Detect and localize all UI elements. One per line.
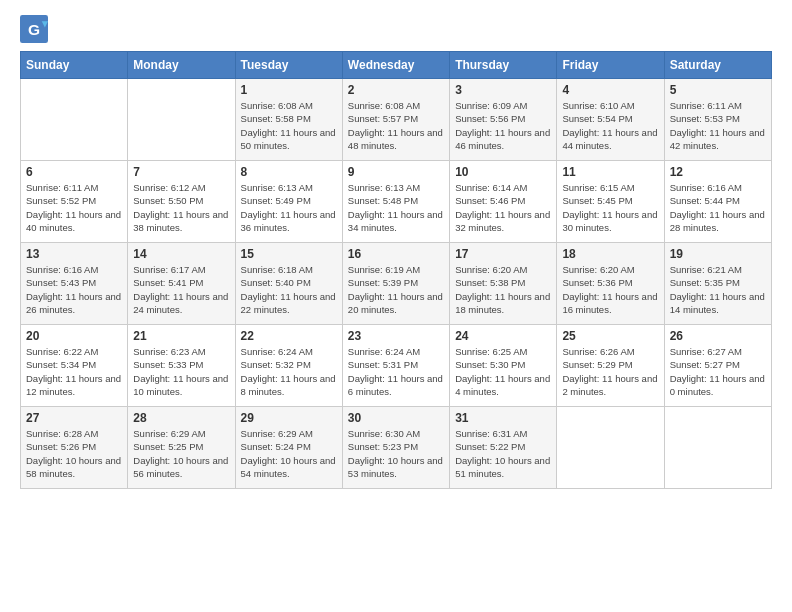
calendar-cell: 28Sunrise: 6:29 AM Sunset: 5:25 PM Dayli… [128,407,235,489]
day-info: Sunrise: 6:25 AM Sunset: 5:30 PM Dayligh… [455,345,551,398]
calendar-cell: 8Sunrise: 6:13 AM Sunset: 5:49 PM Daylig… [235,161,342,243]
day-info: Sunrise: 6:14 AM Sunset: 5:46 PM Dayligh… [455,181,551,234]
day-number: 5 [670,83,766,97]
calendar-cell: 11Sunrise: 6:15 AM Sunset: 5:45 PM Dayli… [557,161,664,243]
calendar-cell: 16Sunrise: 6:19 AM Sunset: 5:39 PM Dayli… [342,243,449,325]
day-info: Sunrise: 6:09 AM Sunset: 5:56 PM Dayligh… [455,99,551,152]
day-number: 17 [455,247,551,261]
calendar-cell: 17Sunrise: 6:20 AM Sunset: 5:38 PM Dayli… [450,243,557,325]
day-number: 18 [562,247,658,261]
calendar-cell: 23Sunrise: 6:24 AM Sunset: 5:31 PM Dayli… [342,325,449,407]
day-number: 9 [348,165,444,179]
day-number: 25 [562,329,658,343]
column-header-monday: Monday [128,52,235,79]
header-row: SundayMondayTuesdayWednesdayThursdayFrid… [21,52,772,79]
column-header-saturday: Saturday [664,52,771,79]
calendar-cell: 7Sunrise: 6:12 AM Sunset: 5:50 PM Daylig… [128,161,235,243]
calendar-cell: 1Sunrise: 6:08 AM Sunset: 5:58 PM Daylig… [235,79,342,161]
calendar-cell: 14Sunrise: 6:17 AM Sunset: 5:41 PM Dayli… [128,243,235,325]
day-info: Sunrise: 6:08 AM Sunset: 5:58 PM Dayligh… [241,99,337,152]
day-number: 28 [133,411,229,425]
svg-text:G: G [28,21,40,38]
day-number: 1 [241,83,337,97]
day-info: Sunrise: 6:23 AM Sunset: 5:33 PM Dayligh… [133,345,229,398]
calendar-cell: 10Sunrise: 6:14 AM Sunset: 5:46 PM Dayli… [450,161,557,243]
day-number: 14 [133,247,229,261]
calendar-cell: 15Sunrise: 6:18 AM Sunset: 5:40 PM Dayli… [235,243,342,325]
day-info: Sunrise: 6:29 AM Sunset: 5:25 PM Dayligh… [133,427,229,480]
calendar-cell: 18Sunrise: 6:20 AM Sunset: 5:36 PM Dayli… [557,243,664,325]
day-info: Sunrise: 6:28 AM Sunset: 5:26 PM Dayligh… [26,427,122,480]
calendar-cell [128,79,235,161]
day-info: Sunrise: 6:20 AM Sunset: 5:38 PM Dayligh… [455,263,551,316]
main-container: G SundayMondayTuesdayWednesdayThursdayFr… [0,0,792,612]
day-info: Sunrise: 6:21 AM Sunset: 5:35 PM Dayligh… [670,263,766,316]
day-info: Sunrise: 6:24 AM Sunset: 5:32 PM Dayligh… [241,345,337,398]
calendar-cell: 22Sunrise: 6:24 AM Sunset: 5:32 PM Dayli… [235,325,342,407]
logo: G [20,15,52,43]
day-number: 20 [26,329,122,343]
day-number: 12 [670,165,766,179]
column-header-friday: Friday [557,52,664,79]
calendar-cell: 27Sunrise: 6:28 AM Sunset: 5:26 PM Dayli… [21,407,128,489]
day-info: Sunrise: 6:26 AM Sunset: 5:29 PM Dayligh… [562,345,658,398]
calendar-cell: 26Sunrise: 6:27 AM Sunset: 5:27 PM Dayli… [664,325,771,407]
calendar-cell: 31Sunrise: 6:31 AM Sunset: 5:22 PM Dayli… [450,407,557,489]
day-info: Sunrise: 6:22 AM Sunset: 5:34 PM Dayligh… [26,345,122,398]
day-info: Sunrise: 6:15 AM Sunset: 5:45 PM Dayligh… [562,181,658,234]
day-number: 24 [455,329,551,343]
calendar-cell: 25Sunrise: 6:26 AM Sunset: 5:29 PM Dayli… [557,325,664,407]
day-info: Sunrise: 6:08 AM Sunset: 5:57 PM Dayligh… [348,99,444,152]
day-number: 4 [562,83,658,97]
calendar-cell: 13Sunrise: 6:16 AM Sunset: 5:43 PM Dayli… [21,243,128,325]
logo-icon: G [20,15,48,43]
day-info: Sunrise: 6:29 AM Sunset: 5:24 PM Dayligh… [241,427,337,480]
day-info: Sunrise: 6:10 AM Sunset: 5:54 PM Dayligh… [562,99,658,152]
day-info: Sunrise: 6:16 AM Sunset: 5:44 PM Dayligh… [670,181,766,234]
day-number: 23 [348,329,444,343]
day-number: 3 [455,83,551,97]
day-number: 6 [26,165,122,179]
day-number: 22 [241,329,337,343]
column-header-tuesday: Tuesday [235,52,342,79]
day-info: Sunrise: 6:19 AM Sunset: 5:39 PM Dayligh… [348,263,444,316]
day-number: 13 [26,247,122,261]
column-header-thursday: Thursday [450,52,557,79]
calendar-cell: 2Sunrise: 6:08 AM Sunset: 5:57 PM Daylig… [342,79,449,161]
calendar-cell [557,407,664,489]
calendar-cell [21,79,128,161]
calendar-week-2: 6Sunrise: 6:11 AM Sunset: 5:52 PM Daylig… [21,161,772,243]
calendar-week-3: 13Sunrise: 6:16 AM Sunset: 5:43 PM Dayli… [21,243,772,325]
day-info: Sunrise: 6:13 AM Sunset: 5:48 PM Dayligh… [348,181,444,234]
day-number: 16 [348,247,444,261]
day-number: 19 [670,247,766,261]
day-info: Sunrise: 6:11 AM Sunset: 5:53 PM Dayligh… [670,99,766,152]
calendar-cell [664,407,771,489]
calendar-cell: 30Sunrise: 6:30 AM Sunset: 5:23 PM Dayli… [342,407,449,489]
day-info: Sunrise: 6:20 AM Sunset: 5:36 PM Dayligh… [562,263,658,316]
calendar-cell: 19Sunrise: 6:21 AM Sunset: 5:35 PM Dayli… [664,243,771,325]
calendar-cell: 5Sunrise: 6:11 AM Sunset: 5:53 PM Daylig… [664,79,771,161]
calendar-cell: 6Sunrise: 6:11 AM Sunset: 5:52 PM Daylig… [21,161,128,243]
day-number: 7 [133,165,229,179]
day-info: Sunrise: 6:31 AM Sunset: 5:22 PM Dayligh… [455,427,551,480]
calendar-cell: 24Sunrise: 6:25 AM Sunset: 5:30 PM Dayli… [450,325,557,407]
calendar-week-5: 27Sunrise: 6:28 AM Sunset: 5:26 PM Dayli… [21,407,772,489]
header: G [20,15,772,43]
day-info: Sunrise: 6:11 AM Sunset: 5:52 PM Dayligh… [26,181,122,234]
day-number: 2 [348,83,444,97]
calendar-cell: 21Sunrise: 6:23 AM Sunset: 5:33 PM Dayli… [128,325,235,407]
calendar-table: SundayMondayTuesdayWednesdayThursdayFrid… [20,51,772,489]
day-info: Sunrise: 6:12 AM Sunset: 5:50 PM Dayligh… [133,181,229,234]
column-header-wednesday: Wednesday [342,52,449,79]
day-info: Sunrise: 6:27 AM Sunset: 5:27 PM Dayligh… [670,345,766,398]
column-header-sunday: Sunday [21,52,128,79]
day-number: 26 [670,329,766,343]
day-info: Sunrise: 6:17 AM Sunset: 5:41 PM Dayligh… [133,263,229,316]
day-number: 30 [348,411,444,425]
day-number: 21 [133,329,229,343]
calendar-cell: 20Sunrise: 6:22 AM Sunset: 5:34 PM Dayli… [21,325,128,407]
calendar-week-4: 20Sunrise: 6:22 AM Sunset: 5:34 PM Dayli… [21,325,772,407]
day-number: 29 [241,411,337,425]
calendar-cell: 9Sunrise: 6:13 AM Sunset: 5:48 PM Daylig… [342,161,449,243]
